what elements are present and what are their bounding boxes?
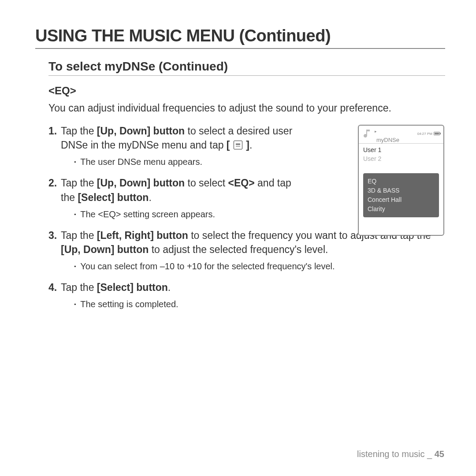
- device-popup-item: EQ: [368, 177, 435, 186]
- section-label: <EQ>: [48, 85, 445, 97]
- step-bullet: The setting is completed.: [74, 298, 445, 310]
- step: 4.Tap the [Select] button.: [48, 280, 445, 294]
- device-status-bar: 04:27 PM: [417, 132, 440, 136]
- device-popup-menu: EQ 3D & BASS Concert Hall Clarity: [363, 173, 439, 217]
- intro-text: You can adjust individual frequencies to…: [48, 101, 445, 115]
- footer-section: listening to music: [357, 449, 424, 459]
- menu-icon: [234, 141, 242, 149]
- page-title: USING THE MUSIC MENU (Continued): [35, 26, 445, 49]
- device-popup-item: 3D & BASS: [368, 186, 435, 195]
- device-list-item: User 2: [363, 154, 439, 163]
- footer-separator: _: [427, 449, 432, 459]
- step-bullet: You can select from –10 to +10 for the s…: [74, 260, 445, 272]
- breadcrumb-arrow-icon: ▸: [375, 129, 377, 134]
- device-screenshot: ▸ 04:27 PM myDNSe User 1 User 2 EQ 3D & …: [358, 125, 444, 236]
- device-popup-item: Clarity: [368, 205, 435, 214]
- footer-page-number: 45: [435, 449, 444, 459]
- music-note-icon: [362, 128, 373, 139]
- step-number: 2.: [48, 176, 61, 204]
- page-subtitle: To select myDNSe (Continued): [48, 60, 445, 76]
- step-text: Tap the [Up, Down] button to select <EQ>…: [61, 176, 294, 204]
- step-number: 4.: [48, 280, 61, 294]
- device-screen-title: myDNSe: [376, 137, 399, 143]
- device-popup-item: Concert Hall: [368, 195, 435, 205]
- device-list-item: User 1: [363, 145, 439, 154]
- device-time: 04:27 PM: [417, 132, 432, 136]
- step-number: 3.: [48, 228, 61, 257]
- step-number: 1.: [48, 124, 61, 152]
- step-text: Tap the [Up, Down] button to select a de…: [61, 124, 294, 152]
- page-footer: listening to music _ 45: [357, 449, 444, 459]
- step-text: Tap the [Select] button.: [61, 280, 445, 294]
- device-user-list: User 1 User 2: [359, 143, 443, 166]
- battery-icon: [434, 132, 440, 135]
